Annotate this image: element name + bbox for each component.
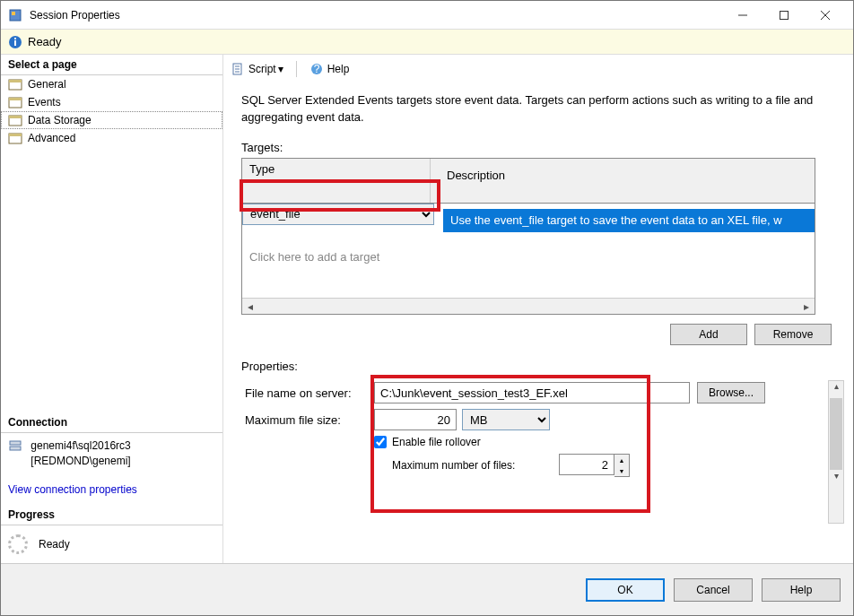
- script-label: Script: [248, 63, 276, 75]
- progress-text: Ready: [39, 538, 70, 551]
- add-target-placeholder[interactable]: Click here to add a target: [242, 247, 815, 267]
- status-band: Ready: [1, 30, 853, 55]
- svg-rect-17: [10, 441, 21, 445]
- rollover-label: Enable file rollover: [392, 436, 481, 448]
- select-page-header: Select a page: [1, 55, 222, 75]
- spinner-icon: [8, 534, 28, 554]
- page-label: Events: [28, 96, 61, 108]
- scroll-right-icon[interactable]: ▸: [798, 300, 815, 313]
- server-name: genemi4f\sql2016rc3: [30, 439, 130, 452]
- filename-input[interactable]: [374, 382, 690, 403]
- connection-info: genemi4f\sql2016rc3 [REDMOND\genemi]: [1, 433, 222, 474]
- maximize-button[interactable]: [763, 1, 805, 30]
- svg-rect-3: [780, 11, 789, 19]
- cancel-button[interactable]: Cancel: [674, 578, 753, 602]
- size-unit-combo[interactable]: MB: [462, 409, 550, 430]
- progress-status: Ready: [1, 525, 222, 563]
- view-connection-link[interactable]: View connection properties: [8, 483, 137, 496]
- properties-label: Properties:: [241, 360, 841, 373]
- content-panel: Script ▾ ? Help SQL Server Extended Even…: [223, 55, 853, 563]
- maxfiles-label: Maximum number of files:: [392, 459, 559, 472]
- user-name: [REDMOND\genemi]: [30, 455, 130, 467]
- page-item-events[interactable]: Events: [1, 93, 222, 111]
- close-button[interactable]: [805, 1, 846, 30]
- maxfiles-stepper[interactable]: ▲ ▼: [559, 454, 630, 477]
- minimize-button[interactable]: [722, 1, 763, 30]
- scroll-thumb[interactable]: [830, 398, 842, 470]
- ok-button[interactable]: OK: [586, 578, 665, 602]
- page-item-advanced[interactable]: Advanced: [1, 129, 222, 147]
- step-up-icon[interactable]: ▲: [614, 455, 629, 465]
- col-description: Description: [440, 164, 815, 188]
- script-icon: [231, 62, 245, 76]
- titlebar: Session Properties: [1, 1, 853, 30]
- svg-rect-18: [10, 447, 21, 450]
- scroll-left-icon[interactable]: ◂: [242, 300, 258, 313]
- svg-rect-10: [9, 80, 22, 82]
- toolbar: Script ▾ ? Help: [223, 55, 853, 83]
- scroll-up-icon[interactable]: ▴: [829, 381, 843, 397]
- horizontal-scrollbar[interactable]: ◂ ▸: [242, 298, 815, 314]
- svg-rect-12: [9, 98, 22, 100]
- help-button-bottom[interactable]: Help: [762, 578, 841, 602]
- intro-text: SQL Server Extended Events targets store…: [241, 92, 841, 126]
- page-icon: [8, 95, 22, 109]
- svg-rect-7: [14, 40, 16, 46]
- page-label: Advanced: [28, 132, 75, 144]
- app-icon: [8, 8, 22, 22]
- help-label: Help: [327, 63, 350, 75]
- maxsize-label: Maximum file size:: [241, 413, 374, 427]
- svg-rect-8: [14, 38, 16, 39]
- target-description: Use the event_file target to save the ev…: [443, 209, 815, 233]
- page-list: General Events Data Storage Advanced: [1, 75, 222, 147]
- left-panel: Select a page General Events Data Storag…: [1, 55, 223, 563]
- chevron-down-icon: ▾: [278, 63, 283, 75]
- page-icon: [8, 113, 22, 127]
- page-label: Data Storage: [28, 114, 92, 126]
- maxfiles-input[interactable]: [559, 454, 614, 475]
- browse-button[interactable]: Browse...: [697, 382, 765, 403]
- rollover-checkbox[interactable]: [374, 436, 387, 448]
- connection-header: Connection: [1, 412, 222, 433]
- page-item-general[interactable]: General: [1, 75, 222, 93]
- targets-table: Type Description event_file Use the even…: [241, 158, 841, 316]
- svg-rect-16: [9, 134, 22, 136]
- help-button[interactable]: ? Help: [306, 60, 353, 78]
- svg-rect-14: [9, 116, 22, 118]
- page-icon: [8, 131, 22, 145]
- page-item-data-storage[interactable]: Data Storage: [1, 111, 222, 129]
- dialog-button-bar: OK Cancel Help: [1, 563, 853, 615]
- targets-label: Targets:: [241, 141, 841, 154]
- target-row[interactable]: event_file Use the event_file target to …: [242, 204, 815, 247]
- scroll-down-icon[interactable]: ▾: [829, 471, 843, 487]
- svg-text:?: ?: [313, 63, 319, 75]
- info-icon: [8, 35, 22, 49]
- server-icon: [8, 438, 22, 453]
- page-icon: [8, 77, 22, 91]
- window-title: Session Properties: [30, 9, 722, 22]
- step-down-icon[interactable]: ▼: [614, 465, 629, 476]
- remove-button[interactable]: Remove: [754, 324, 832, 345]
- toolbar-separator: [296, 61, 297, 77]
- filename-label: File name on server:: [241, 386, 374, 400]
- svg-rect-1: [12, 12, 15, 15]
- script-button[interactable]: Script ▾: [227, 60, 287, 78]
- add-button[interactable]: Add: [670, 324, 747, 345]
- target-type-combo[interactable]: event_file: [242, 204, 434, 225]
- maxsize-input[interactable]: [374, 409, 457, 430]
- page-label: General: [28, 78, 66, 91]
- vertical-scrollbar[interactable]: ▴ ▾: [828, 380, 844, 524]
- col-type: Type: [242, 159, 431, 203]
- help-icon: ?: [309, 62, 324, 76]
- status-text: Ready: [28, 35, 62, 48]
- progress-header: Progress: [1, 505, 222, 525]
